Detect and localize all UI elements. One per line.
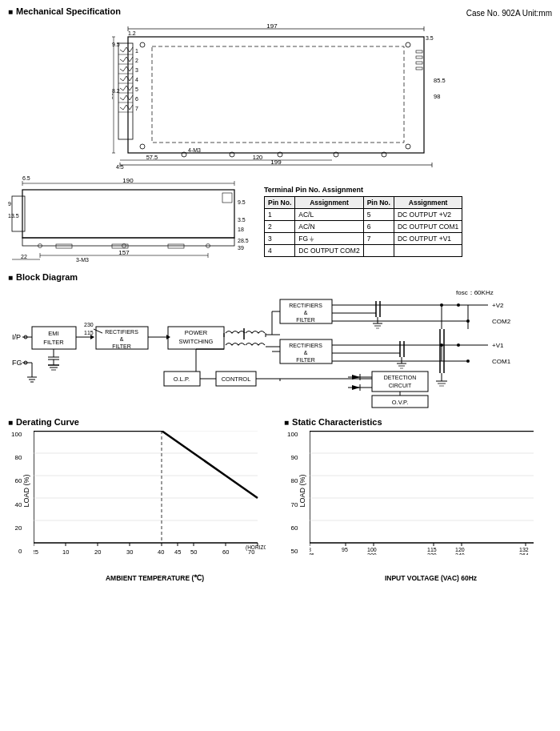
svg-rect-56 [22, 238, 234, 246]
terminal-cell: 1 [265, 209, 295, 221]
svg-text:60: 60 [222, 548, 229, 555]
svg-rect-1 [152, 46, 404, 143]
svg-text:45: 45 [174, 548, 181, 555]
svg-text:115: 115 [427, 547, 437, 552]
svg-text:5: 5 [135, 86, 138, 92]
svg-text:3.5: 3.5 [426, 35, 434, 41]
svg-text:100: 100 [367, 547, 377, 552]
svg-text:50: 50 [190, 548, 197, 555]
svg-point-147 [466, 319, 470, 323]
svg-text:190: 190 [122, 177, 134, 184]
terminal-cell: 2 [265, 221, 295, 233]
svg-point-194 [440, 343, 443, 347]
svg-text:6.5: 6.5 [22, 175, 30, 181]
svg-rect-57 [56, 244, 72, 248]
svg-rect-0 [128, 37, 424, 153]
derating-chart-svg: -25 10 20 30 40 45 50 60 70 (HORIZONTAL) [34, 431, 266, 555]
svg-text:O.L.P.: O.L.P. [174, 376, 190, 383]
terminal-table-section: Terminal Pin No. Assignment Pin No. Assi… [264, 186, 462, 257]
block-diagram-svg: fosc：60KHz I/P FG EMI FILTER 230 115 [8, 285, 552, 409]
svg-rect-17 [416, 50, 422, 53]
terminal-cell: DC OUTPUT COM2 [295, 245, 363, 257]
svg-text:176: 176 [310, 552, 314, 555]
svg-text:120: 120 [253, 154, 263, 161]
svg-text:fosc：60KHz: fosc：60KHz [456, 289, 494, 296]
static-chart-svg: 88 176 95 100 200 115 230 120 240 132 26… [310, 431, 542, 555]
svg-text:FILTER: FILTER [296, 357, 315, 363]
terminal-cell: 3 [265, 233, 295, 245]
svg-text:RECTIFIERS: RECTIFIERS [289, 303, 322, 308]
svg-text:40: 40 [158, 548, 164, 555]
bottom-section: Derating Curve LOAD (%) 100806040200 [8, 417, 552, 571]
svg-text:RECTIFIERS: RECTIFIERS [289, 343, 322, 348]
derating-curve-section: Derating Curve LOAD (%) 100806040200 [8, 417, 276, 571]
terminal-cell: AC/N [295, 221, 363, 233]
block-diagram-title: Block Diagram [8, 272, 552, 282]
derating-x-label: AMBIENT TEMPERATURE (℃) [34, 574, 276, 582]
svg-text:240: 240 [455, 552, 465, 555]
terminal-cell [394, 245, 462, 257]
case-info: Case No. 902A Unit:mm [466, 9, 552, 18]
svg-point-22 [406, 42, 410, 47]
terminal-cell: 4 [265, 245, 295, 257]
svg-rect-54 [22, 190, 234, 238]
svg-text:COM1: COM1 [492, 358, 511, 365]
svg-marker-180 [352, 385, 360, 390]
svg-text:1.2: 1.2 [128, 30, 136, 36]
svg-point-158 [457, 343, 460, 347]
svg-point-23 [140, 144, 145, 149]
col-assign2: Assignment [394, 197, 462, 209]
svg-text:132: 132 [519, 547, 529, 552]
static-x-label: INPUT VOLTAGE (VAC) 60Hz [310, 574, 552, 582]
svg-text:20: 20 [94, 548, 101, 555]
col-assign1: Assignment [295, 197, 363, 209]
svg-text:3-M3: 3-M3 [76, 257, 89, 263]
svg-text:80: 80 [112, 93, 114, 99]
terminal-cell: AC/L [295, 209, 363, 221]
static-char-section: Static Characteristics LOAD (%) 10090807… [284, 417, 552, 571]
svg-text:CIRCUIT: CIRCUIT [389, 383, 412, 388]
svg-text:197: 197 [266, 22, 278, 30]
svg-text:FG: FG [12, 359, 22, 367]
svg-text:&: & [120, 336, 124, 342]
svg-rect-60 [222, 193, 232, 203]
svg-text:RECTIFIERS: RECTIFIERS [105, 329, 138, 335]
svg-text:18: 18 [238, 227, 244, 232]
derating-y-ticks: 100806040200 [11, 431, 22, 555]
svg-text:3: 3 [135, 67, 138, 73]
svg-text:28.5: 28.5 [238, 238, 249, 243]
svg-text:8.2: 8.2 [112, 88, 120, 94]
svg-text:POWER: POWER [185, 329, 208, 336]
svg-point-192 [440, 303, 443, 307]
static-y-ticks: 1009080706050 [287, 431, 298, 555]
svg-text:FILTER: FILTER [112, 343, 131, 349]
svg-text:230: 230 [427, 552, 437, 555]
svg-text:57.5: 57.5 [146, 154, 158, 161]
svg-point-24 [406, 144, 410, 149]
mech-spec-title: Mechanical Specification [8, 6, 121, 16]
svg-text:4: 4 [135, 77, 138, 82]
terminal-table: Pin No. Assignment Pin No. Assignment 1A… [264, 196, 462, 257]
svg-text:115: 115 [84, 330, 94, 335]
svg-point-21 [140, 42, 145, 47]
svg-text:2: 2 [135, 58, 138, 63]
svg-text:39: 39 [238, 245, 244, 251]
svg-text:95: 95 [342, 547, 348, 552]
terminal-title: Terminal Pin No. Assignment [264, 186, 462, 194]
svg-text:&: & [304, 350, 308, 355]
svg-text:200: 200 [367, 552, 377, 555]
svg-text:6: 6 [135, 96, 138, 102]
svg-text:COM2: COM2 [492, 318, 511, 325]
terminal-cell [363, 245, 394, 257]
terminal-cell: FG ⏚ [295, 233, 363, 245]
svg-text:199: 199 [270, 159, 282, 166]
svg-text:&: & [304, 310, 308, 315]
svg-text:10: 10 [62, 548, 69, 555]
terminal-cell: DC OUTPUT +V1 [394, 233, 462, 245]
svg-text:I/P: I/P [12, 333, 21, 341]
svg-point-143 [457, 303, 460, 307]
svg-text:30: 30 [126, 548, 133, 555]
svg-text:13.5: 13.5 [8, 213, 19, 219]
svg-text:1: 1 [135, 48, 138, 54]
side-drawing: 190 6.5 157 22 9 13.5 9.5 3.5 18 28.5 39… [8, 174, 256, 266]
